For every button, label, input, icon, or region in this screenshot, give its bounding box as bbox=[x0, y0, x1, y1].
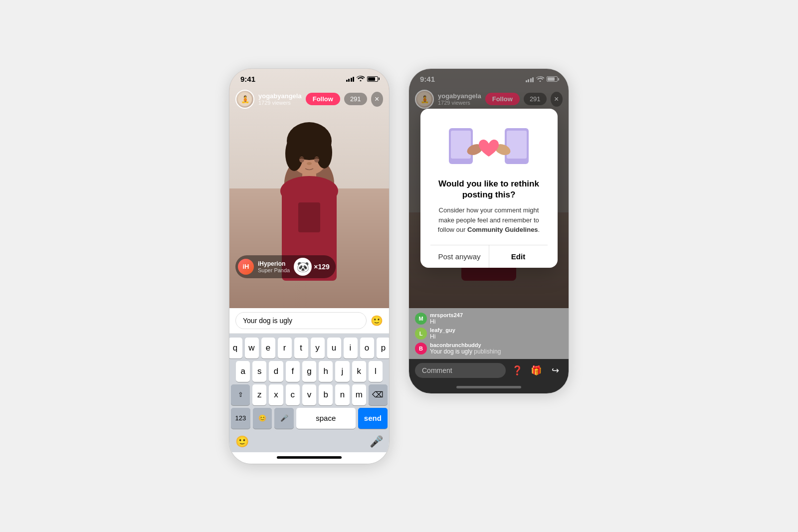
gift-sender-avatar: iH bbox=[238, 259, 254, 275]
key-numbers[interactable]: 123 bbox=[231, 408, 250, 429]
key-backspace[interactable]: ⌫ bbox=[369, 384, 388, 405]
gift-count: ×129 bbox=[314, 263, 330, 271]
battery-icon bbox=[367, 76, 378, 82]
key-send[interactable]: send bbox=[358, 408, 388, 429]
community-guidelines-link[interactable]: Community Guidelines bbox=[467, 226, 538, 233]
right-home-indicator bbox=[409, 382, 569, 393]
gift-icon[interactable]: 🎁 bbox=[529, 363, 544, 378]
key-d[interactable]: d bbox=[269, 361, 283, 382]
emoji-button[interactable]: 🙂 bbox=[371, 315, 383, 327]
key-q[interactable]: q bbox=[229, 338, 242, 358]
key-shift[interactable]: ⇧ bbox=[231, 384, 250, 405]
signal-icon bbox=[346, 76, 355, 82]
wifi-icon bbox=[357, 75, 365, 83]
dialog-box: Would you like to rethink posting this? … bbox=[420, 109, 558, 268]
key-i[interactable]: i bbox=[344, 338, 358, 358]
dialog-title: Would you like to rethink posting this? bbox=[430, 178, 548, 200]
keyboard-row-1: q w e r t y u i o p bbox=[231, 338, 388, 358]
svg-point-3 bbox=[285, 136, 303, 171]
home-indicator bbox=[229, 452, 389, 464]
comment-msg-1: Hi bbox=[430, 318, 463, 325]
key-t[interactable]: t bbox=[294, 338, 308, 358]
close-button[interactable]: × bbox=[371, 92, 383, 107]
comment-line-3: B baconbrunchbuddy Your dog is ugly publ… bbox=[415, 342, 563, 355]
key-x[interactable]: x bbox=[269, 384, 283, 405]
dialog-hearts-illustration bbox=[444, 121, 534, 171]
key-z[interactable]: z bbox=[252, 384, 266, 405]
comment-avatar-3: B bbox=[415, 343, 427, 355]
comment-avatar-1: M bbox=[415, 313, 427, 325]
keyboard: q w e r t y u i o p a s d f g h j k bbox=[229, 334, 389, 433]
key-j[interactable]: j bbox=[335, 361, 349, 382]
right-phone: 9:41 bbox=[409, 69, 569, 393]
gift-notification: iH iHyperion Super Panda 🐼 ×129 bbox=[235, 255, 336, 278]
person-figure bbox=[244, 114, 374, 308]
avatar-yoga-icon: 🧘 bbox=[238, 92, 252, 106]
comments-stream: M mrsports247 Hi L leafy_guy Hi B baconb… bbox=[409, 308, 569, 359]
comment-placeholder[interactable]: Comment bbox=[415, 363, 506, 378]
key-e[interactable]: e bbox=[261, 338, 275, 358]
follow-button[interactable]: Follow bbox=[306, 93, 340, 105]
comment-user-1: mrsports247 bbox=[430, 312, 463, 318]
comment-msg-2: Hi bbox=[430, 333, 455, 340]
key-n[interactable]: n bbox=[335, 384, 349, 405]
comment-avatar-2: L bbox=[415, 328, 427, 340]
left-status-bar: 9:41 bbox=[229, 69, 389, 86]
left-status-time: 9:41 bbox=[240, 75, 255, 83]
key-mic[interactable]: 🎤 bbox=[274, 408, 294, 429]
svg-rect-8 bbox=[298, 202, 320, 232]
dialog-body: Consider how your comment might make peo… bbox=[430, 205, 548, 235]
main-container: 9:41 bbox=[209, 49, 589, 484]
keyboard-row-3: ⇧ z x c v b n m ⌫ bbox=[231, 384, 388, 405]
left-status-icons bbox=[346, 75, 379, 83]
key-space[interactable]: space bbox=[296, 408, 356, 429]
comment-line-1: M mrsports247 Hi bbox=[415, 312, 563, 325]
gift-item-name: Super Panda bbox=[258, 267, 290, 273]
viewers-label: 1729 viewers bbox=[258, 100, 302, 106]
key-emoji[interactable]: 😊 bbox=[253, 408, 272, 429]
key-u[interactable]: u bbox=[327, 338, 341, 358]
dialog-illustration bbox=[430, 121, 548, 171]
svg-rect-27 bbox=[451, 131, 471, 159]
key-h[interactable]: h bbox=[319, 361, 333, 382]
comment-input[interactable] bbox=[235, 312, 367, 329]
key-c[interactable]: c bbox=[286, 384, 300, 405]
user-info: 🧘 yogabyangela 1729 viewers bbox=[235, 90, 302, 109]
comment-user-3: baconbrunchbuddy bbox=[430, 342, 501, 348]
key-f[interactable]: f bbox=[286, 361, 300, 382]
dialog-overlay: Would you like to rethink posting this? … bbox=[409, 69, 569, 308]
question-icon[interactable]: ❓ bbox=[510, 363, 525, 378]
username-label: yogabyangela bbox=[258, 92, 302, 100]
comment-area: 🙂 bbox=[229, 308, 389, 334]
svg-rect-29 bbox=[507, 131, 527, 159]
mic-bottom-icon[interactable]: 🎤 bbox=[370, 435, 383, 448]
key-g[interactable]: g bbox=[302, 361, 316, 382]
gift-sender-name: iHyperion bbox=[258, 260, 290, 267]
comment-user-2: leafy_guy bbox=[430, 327, 455, 333]
key-y[interactable]: y bbox=[311, 338, 325, 358]
share-icon[interactable]: ↪ bbox=[548, 363, 563, 378]
right-bottom-bar: Comment ❓ 🎁 ↪ bbox=[409, 359, 569, 382]
svg-text:🧘: 🧘 bbox=[241, 95, 250, 104]
keyboard-row-4: 123 😊 🎤 space send bbox=[231, 408, 388, 429]
left-phone: 9:41 bbox=[229, 69, 389, 464]
key-k[interactable]: k bbox=[352, 361, 366, 382]
key-v[interactable]: v bbox=[302, 384, 316, 405]
key-b[interactable]: b bbox=[319, 384, 333, 405]
key-m[interactable]: m bbox=[352, 384, 366, 405]
gift-emoji-area: 🐼 ×129 bbox=[294, 258, 330, 276]
key-r[interactable]: r bbox=[278, 338, 292, 358]
edit-button[interactable]: Edit bbox=[489, 245, 548, 268]
avatar: 🧘 bbox=[235, 90, 254, 109]
comment-msg-3: Your dog is ugly publishing bbox=[430, 348, 501, 355]
key-o[interactable]: o bbox=[360, 338, 374, 358]
post-anyway-button[interactable]: Post anyway bbox=[430, 245, 489, 268]
emoji-bottom-icon[interactable]: 🙂 bbox=[235, 435, 249, 448]
svg-point-11 bbox=[307, 162, 312, 165]
key-w[interactable]: w bbox=[245, 338, 259, 358]
key-s[interactable]: s bbox=[252, 361, 266, 382]
key-l[interactable]: l bbox=[369, 361, 383, 382]
keyboard-bottom-bar: 🙂 🎤 bbox=[229, 433, 389, 452]
key-a[interactable]: a bbox=[236, 361, 250, 382]
key-p[interactable]: p bbox=[377, 338, 390, 358]
